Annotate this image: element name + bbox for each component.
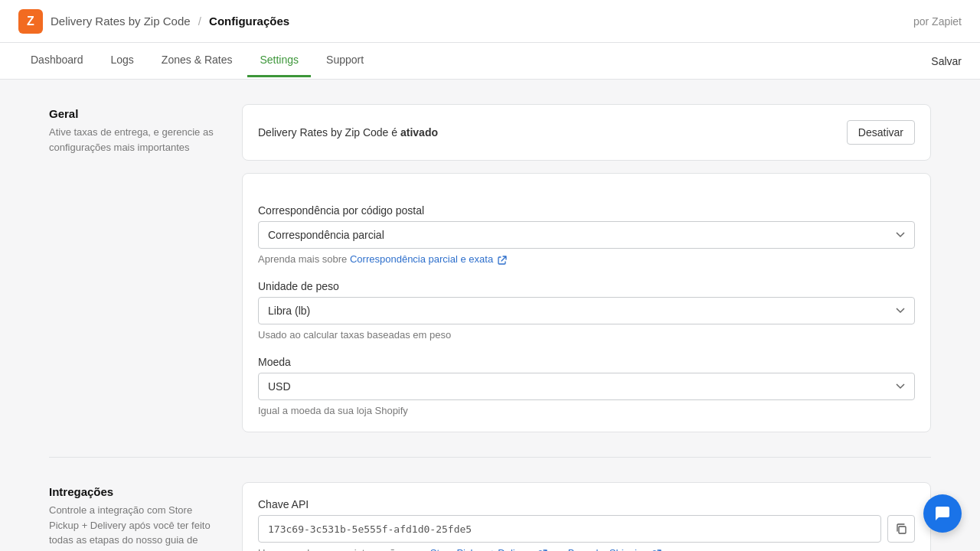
currency-group: Moeda USD BRL EUR Igual a moeda da sua l… (258, 356, 915, 416)
section-integracoes-title: Intregações (49, 485, 217, 498)
zip-match-hint: Aprenda mais sobre Correspondência parci… (258, 253, 915, 265)
weight-unit-label: Unidade de peso (258, 280, 915, 292)
chat-icon (933, 504, 952, 523)
deactivate-button[interactable]: Desativar (847, 120, 915, 145)
weight-unit-select[interactable]: Libra (lb) Quilograma (kg) (258, 297, 915, 324)
api-key-label: Chave API (258, 498, 915, 510)
status-row: Delivery Rates by Zip Code é ativado Des… (258, 120, 915, 145)
currency-label: Moeda (258, 356, 915, 368)
header-left: Z Delivery Rates by Zip Code / Configura… (18, 9, 289, 34)
api-key-card: Chave API Use essa chave para integraçõe… (242, 482, 931, 551)
svg-rect-0 (899, 527, 906, 533)
api-key-input[interactable] (258, 515, 881, 543)
chat-bubble[interactable] (923, 494, 962, 533)
section-integracoes-label: Intregações Controle a integração com St… (49, 482, 217, 551)
page-name: Configurações (209, 15, 289, 28)
currency-hint: Igual a moeda da sua loja Shopify (258, 405, 915, 416)
external-link-icon (498, 256, 507, 265)
status-value: ativado (400, 126, 438, 139)
app-name: Delivery Rates by Zip Code (51, 15, 191, 28)
section-geral-title: Geral (49, 107, 217, 120)
navigation: Dashboard Logs Zones & Rates Settings Su… (0, 43, 980, 80)
section-divider (49, 457, 931, 458)
nav-item-zones-rates[interactable]: Zones & Rates (149, 44, 245, 77)
save-button[interactable]: Salvar (931, 55, 962, 67)
main-content: Geral Ative taxas de entrega, e gerencie… (31, 80, 949, 551)
zip-match-group: Correspondência por código postal Corres… (258, 204, 915, 265)
section-integracoes: Intregações Controle a integração com St… (49, 482, 931, 551)
separator: / (198, 15, 201, 28)
status-card: Delivery Rates by Zip Code é ativado Des… (242, 104, 931, 161)
zip-match-link[interactable]: Correspondência parcial e exata (350, 253, 493, 265)
copy-icon (895, 523, 907, 535)
copy-button[interactable] (887, 515, 915, 543)
nav-item-settings[interactable]: Settings (247, 44, 311, 77)
header-title: Delivery Rates by Zip Code / Configuraçõ… (51, 15, 289, 28)
header: Z Delivery Rates by Zip Code / Configura… (0, 0, 980, 43)
api-key-hint: Use essa chave para integrações com Stor… (258, 547, 915, 551)
nav-item-dashboard[interactable]: Dashboard (18, 44, 96, 77)
nav-items: Dashboard Logs Zones & Rates Settings Su… (18, 44, 376, 77)
fields-card: Correspondência por código postal Corres… (242, 173, 931, 432)
zip-match-select[interactable]: Correspondência parcial Correspondência … (258, 221, 915, 249)
weight-unit-hint: Usado ao calcular taxas baseadas em peso (258, 329, 915, 341)
vendor-label: por Zapiet (913, 15, 962, 28)
section-geral-label: Geral Ative taxas de entrega, e gerencie… (49, 104, 217, 155)
section-integracoes-description: Controle a integração com Store Pickup +… (49, 503, 217, 551)
zip-match-label: Correspondência por código postal (258, 204, 915, 217)
section-geral: Geral Ative taxas de entrega, e gerencie… (49, 104, 931, 432)
nav-item-support[interactable]: Support (314, 44, 376, 77)
store-pickup-link[interactable]: Store Pickup + Delivery (430, 547, 550, 551)
section-geral-description: Ative taxas de entrega, e gerencie as co… (49, 125, 217, 155)
bespoke-shipping-link[interactable]: Bespoke Shipping (568, 547, 662, 551)
weight-unit-group: Unidade de peso Libra (lb) Quilograma (k… (258, 280, 915, 341)
currency-select[interactable]: USD BRL EUR (258, 373, 915, 400)
zapiet-logo: Z (18, 9, 43, 34)
status-text: Delivery Rates by Zip Code é ativado (258, 126, 438, 139)
nav-item-logs[interactable]: Logs (99, 44, 146, 77)
api-key-row (258, 515, 915, 543)
